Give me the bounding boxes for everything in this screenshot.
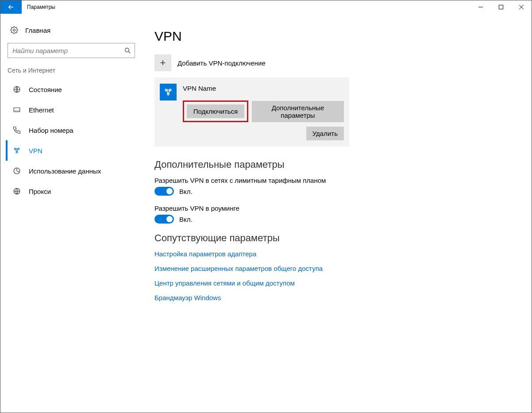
search-input[interactable]: [12, 46, 124, 55]
page-title: VPN: [154, 29, 519, 44]
highlight-annotation: Подключиться: [183, 100, 248, 122]
vpn-tile-icon: [160, 84, 177, 100]
minimize-icon: [478, 5, 483, 9]
titlebar: Параметры: [0, 0, 532, 14]
sidebar-item-label: Набор номера: [29, 127, 73, 134]
link-adapter-settings[interactable]: Настройка параметров адаптера: [154, 250, 519, 258]
close-button[interactable]: [511, 0, 532, 14]
svg-rect-0: [499, 5, 503, 9]
svg-line-3: [128, 51, 130, 53]
sidebar-home-label: Главная: [25, 27, 50, 34]
sidebar-item-label: VPN: [29, 147, 42, 154]
vpn-name: VPN Name: [183, 84, 216, 92]
svg-point-1: [13, 29, 15, 31]
metered-label: Разрешить VPN в сетях с лимитным тарифны…: [154, 177, 519, 184]
vpn-connection-card[interactable]: VPN Name Подключиться Дополнительные пар…: [154, 77, 349, 147]
vpn-icon: [12, 147, 22, 154]
roaming-label: Разрешить VPN в роуминге: [154, 205, 519, 212]
sidebar-item-label: Состояние: [29, 86, 62, 93]
svg-point-13: [167, 93, 169, 95]
sidebar-item-dialup[interactable]: Набор номера: [6, 120, 137, 140]
gear-icon: [9, 26, 19, 34]
advanced-options-button[interactable]: Дополнительные параметры: [252, 101, 344, 122]
proxy-icon: [12, 187, 22, 195]
related-section-title: Сопутствующие параметры: [154, 232, 519, 244]
sidebar-item-vpn[interactable]: VPN: [6, 140, 137, 161]
arrow-left-icon: [7, 3, 15, 11]
sidebar-item-label: Использование данных: [29, 167, 101, 175]
close-icon: [519, 5, 524, 9]
sidebar-item-proxy[interactable]: Прокси: [6, 181, 137, 201]
link-firewall[interactable]: Брандмауэр Windows: [154, 294, 519, 301]
sidebar-item-ethernet[interactable]: Ethernet: [6, 100, 137, 120]
advanced-section-title: Дополнительные параметры: [154, 159, 519, 170]
back-button[interactable]: [0, 0, 22, 14]
phone-icon: [12, 126, 22, 134]
search-box[interactable]: [8, 43, 135, 58]
vpn-card-header: VPN Name: [160, 84, 344, 100]
sidebar-category: Сеть и Интернет: [6, 66, 137, 79]
ethernet-icon: [12, 106, 22, 114]
link-sharing-options[interactable]: Изменение расширенных параметров общего …: [154, 265, 519, 272]
sidebar-item-label: Прокси: [29, 188, 51, 195]
window-title: Параметры: [27, 4, 55, 10]
maximize-button[interactable]: [491, 0, 511, 14]
sidebar-item-status[interactable]: Состояние: [6, 79, 137, 100]
sidebar-item-datausage[interactable]: Использование данных: [6, 161, 137, 181]
window-controls: [470, 0, 532, 14]
search-icon: [124, 47, 131, 54]
data-usage-icon: [12, 167, 22, 175]
link-network-center[interactable]: Центр управления сетями и общим доступом: [154, 279, 519, 287]
sidebar-home[interactable]: Главная: [6, 23, 137, 37]
globe-icon: [12, 85, 22, 93]
sidebar: Главная Сеть и Интернет Состояние Et: [0, 14, 142, 413]
maximize-icon: [499, 5, 503, 9]
svg-rect-5: [14, 108, 20, 112]
roaming-state: Вкл.: [179, 216, 193, 223]
add-vpn-row[interactable]: + Добавить VPN-подключение: [154, 54, 519, 71]
metered-toggle[interactable]: [154, 187, 174, 196]
svg-point-2: [125, 48, 129, 52]
plus-icon: +: [154, 54, 171, 71]
metered-state: Вкл.: [179, 188, 193, 195]
delete-button[interactable]: Удалить: [306, 127, 344, 140]
connect-button[interactable]: Подключиться: [187, 104, 244, 118]
main-content: VPN + Добавить VPN-подключение VPN Name …: [142, 14, 532, 413]
window: Параметры Главная: [0, 0, 532, 413]
add-vpn-label: Добавить VPN-подключение: [177, 59, 266, 67]
svg-point-8: [16, 151, 18, 153]
roaming-toggle[interactable]: [154, 215, 174, 224]
sidebar-item-label: Ethernet: [29, 106, 54, 114]
minimize-button[interactable]: [470, 0, 491, 14]
